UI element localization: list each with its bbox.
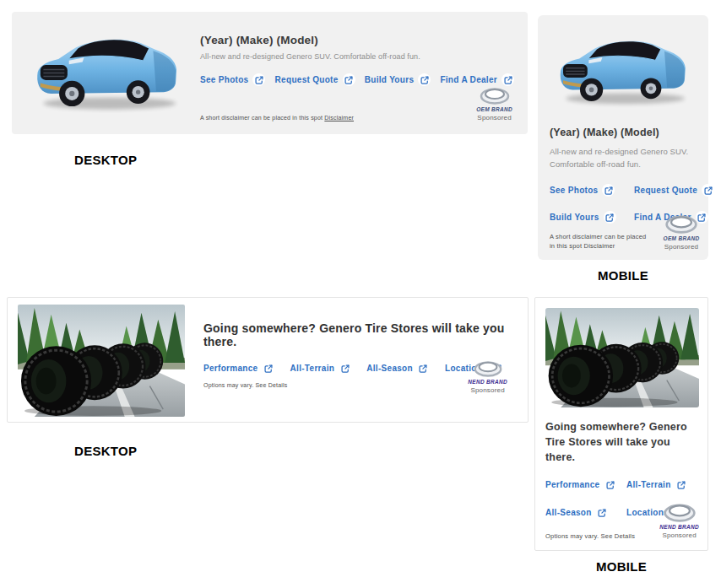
external-link-icon: [343, 73, 355, 86]
external-link-icon: [702, 184, 714, 197]
oem-ad-disclaimer: A short disclaimer can be placed in this…: [550, 232, 653, 251]
cta-see-photos[interactable]: See Photos: [550, 184, 634, 197]
cta-performance[interactable]: Performance: [545, 478, 626, 491]
tire-ad-title: Going somewhere? Genero Tire Stores will…: [203, 321, 514, 348]
nend-brand-block: NEND BRAND Sponsored: [468, 359, 507, 395]
tire-ad-footer: Options may vary. See Details NEND BRAND…: [545, 501, 699, 540]
variant-label-mobile-oem: MOBILE: [538, 268, 708, 283]
variant-label-desktop-oem: DESKTOP: [74, 153, 137, 167]
oem-ad-links: See Photos Request Quote Build Yours Fin…: [200, 73, 514, 86]
oem-ad-description: All-new and re-designed Genero SUV. Comf…: [550, 145, 697, 170]
tire-ad-desktop-card: Going somewhere? Genero Tire Stores will…: [7, 297, 529, 423]
oem-ad-footer: A short disclaimer can be placed in this…: [550, 213, 700, 251]
suv-image: [550, 27, 698, 115]
sponsored-label: Sponsored: [477, 114, 512, 122]
nend-brand-name: NEND BRAND: [659, 524, 699, 531]
external-link-icon: [418, 73, 431, 86]
external-link-icon: [604, 478, 616, 491]
oem-ad-disclaimer: A short disclaimer can be placed in this…: [200, 115, 354, 121]
sponsored-label: Sponsored: [662, 531, 697, 540]
external-link-icon: [602, 184, 615, 197]
oem-ad-mobile-card: (Year) (Make) (Model) All-new and re-des…: [538, 15, 708, 260]
oem-brand-name: OEM BRAND: [664, 235, 700, 242]
tire-ad-links: Performance All-Terrain All-Season Locat…: [203, 362, 504, 375]
see-details-link[interactable]: See Details: [601, 532, 636, 540]
disclaimer-link[interactable]: Disclaimer: [584, 242, 615, 250]
oem-brand-block: OEM BRAND Sponsored: [476, 85, 512, 122]
tire-ad-mobile-card: Going somewhere? Genero Tire Stores will…: [534, 297, 708, 551]
nend-brand-name: NEND BRAND: [468, 379, 507, 386]
variant-label-desktop-tire: DESKTOP: [74, 444, 137, 458]
external-link-icon: [252, 73, 265, 86]
disclaimer-link[interactable]: Disclaimer: [324, 115, 354, 121]
nend-brand-logo-icon: [661, 501, 698, 523]
tire-photo: [545, 308, 699, 407]
oem-brand-logo-icon: [663, 213, 700, 235]
oem-ad-description: All-new and re-designed Genero SUV. Comf…: [200, 52, 516, 61]
tire-ad-title: Going somewhere? Genero Tire Stores will…: [545, 419, 697, 465]
cta-all-terrain[interactable]: All-Terrain: [290, 362, 352, 375]
tire-photo: [18, 305, 185, 417]
sponsored-label: Sponsored: [664, 243, 699, 251]
external-link-icon: [339, 362, 351, 375]
oem-ad-desktop-content: (Year) (Make) (Model) All-new and re-des…: [200, 34, 516, 124]
suv-image: [25, 25, 191, 120]
oem-ad-title: (Year) (Make) (Model): [550, 127, 697, 138]
external-link-icon: [417, 362, 430, 375]
cta-all-season[interactable]: All-Season: [366, 362, 430, 375]
cta-request-quote[interactable]: Request Quote: [275, 73, 355, 86]
cta-build-yours[interactable]: Build Yours: [365, 73, 431, 86]
variant-label-mobile-tire: MOBILE: [534, 559, 708, 574]
cta-performance[interactable]: Performance: [203, 362, 274, 375]
cta-all-terrain[interactable]: All-Terrain: [626, 478, 697, 491]
oem-brand-logo-icon: [478, 85, 512, 105]
oem-ad-desktop-card: (Year) (Make) (Model) All-new and re-des…: [12, 12, 528, 134]
tire-ad-disclaimer: Options may vary. See Details: [203, 382, 287, 388]
external-link-icon: [262, 362, 274, 375]
oem-brand-block: OEM BRAND Sponsored: [663, 213, 700, 251]
nend-brand-block: NEND BRAND Sponsored: [659, 501, 699, 540]
cta-request-quote[interactable]: Request Quote: [634, 184, 714, 197]
external-link-icon: [675, 478, 688, 491]
tire-ad-disclaimer: Options may vary. See Details: [545, 532, 635, 540]
tire-ad-desktop-content: Going somewhere? Genero Tire Stores will…: [203, 321, 514, 413]
oem-brand-name: OEM BRAND: [476, 106, 512, 113]
ad-mockup-page: (Year) (Make) (Model) All-new and re-des…: [0, 0, 721, 588]
sponsored-label: Sponsored: [470, 386, 505, 395]
nend-brand-logo-icon: [472, 359, 504, 378]
oem-ad-title: (Year) (Make) (Model): [200, 34, 516, 46]
see-details-link[interactable]: See Details: [255, 382, 287, 388]
cta-see-photos[interactable]: See Photos: [200, 73, 265, 86]
